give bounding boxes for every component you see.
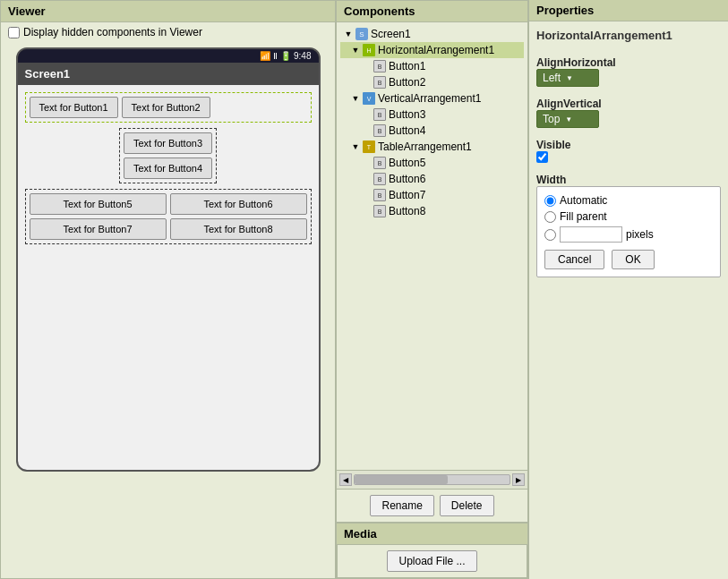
align-horizontal-select[interactable]: Left ▼: [536, 69, 599, 87]
fill-parent-label: Fill parent: [560, 210, 607, 223]
automatic-radio-row: Automatic: [544, 194, 713, 207]
automatic-label: Automatic: [560, 194, 607, 207]
varr1-label: VerticalArrangement1: [378, 92, 481, 105]
tree-item-btn3[interactable]: B Button3: [340, 106, 524, 123]
media-content: Upload File ...: [337, 545, 527, 578]
width-label: Width: [536, 174, 721, 186]
tree-item-harr1[interactable]: ▼ H HorizontalArrangement1: [340, 42, 524, 58]
scroll-right-btn[interactable]: ▶: [512, 473, 525, 486]
pixels-radio-row: pixels: [544, 226, 713, 243]
tree-item-btn2[interactable]: B Button2: [340, 74, 524, 90]
tree-item-varr1[interactable]: ▼ V VerticalArrangement1: [340, 90, 524, 106]
width-options-box: Automatic Fill parent pixels Cancel OK: [536, 186, 721, 277]
pixels-input[interactable]: [560, 226, 622, 243]
align-horizontal-arrow: ▼: [566, 74, 573, 82]
components-title: Components: [344, 4, 415, 18]
hidden-components-checkbox[interactable]: [8, 27, 20, 38]
viewer-title: Viewer: [8, 4, 46, 18]
cancel-button[interactable]: Cancel: [544, 250, 604, 269]
screen1-label: Screen1: [371, 28, 411, 40]
btn4-label: Button4: [389, 124, 425, 137]
toggle-btn3: [362, 110, 371, 119]
align-vertical-group: AlignVertical Top ▼: [536, 94, 721, 128]
table-arrangement-viewer: Text for Button5 Text for Button6 Text f…: [25, 189, 312, 244]
media-title: Media: [344, 527, 377, 541]
tree-item-btn5[interactable]: B Button5: [340, 155, 524, 171]
tree-item-btn7[interactable]: B Button7: [340, 187, 524, 203]
viewer-btn2[interactable]: Text for Button2: [122, 97, 210, 118]
scrollbar-thumb: [355, 475, 448, 484]
align-vertical-label: AlignVertical: [536, 98, 721, 110]
viewer-btn3[interactable]: Text for Button3: [124, 132, 212, 154]
tree-item-btn6[interactable]: B Button6: [340, 171, 524, 187]
viewer-btn4[interactable]: Text for Button4: [124, 158, 212, 179]
viewer-btn6[interactable]: Text for Button6: [170, 193, 307, 215]
properties-content: HorizontalArrangement1 AlignHorizontal L…: [529, 21, 728, 285]
btn4-icon: B: [373, 124, 386, 137]
middle-panels: Components ▼ S Screen1 ▼ H HorizontalArr…: [336, 0, 528, 579]
align-vertical-select[interactable]: Top ▼: [536, 110, 599, 128]
rename-button[interactable]: Rename: [370, 495, 433, 516]
toggle-harr1[interactable]: ▼: [351, 46, 360, 55]
tree-item-btn1[interactable]: B Button1: [340, 58, 524, 74]
viewer-panel: Viewer Display hidden components in View…: [0, 0, 336, 579]
align-vertical-dropdown: Top ▼: [536, 110, 721, 128]
upload-file-button[interactable]: Upload File ...: [387, 550, 476, 572]
align-horizontal-value: Left: [543, 72, 561, 84]
btn1-icon: B: [373, 60, 386, 72]
h-scrollbar[interactable]: [354, 474, 510, 485]
align-vertical-arrow: ▼: [565, 115, 572, 123]
properties-header: Properties: [529, 0, 728, 21]
components-panel: Components ▼ S Screen1 ▼ H HorizontalArr…: [336, 0, 528, 523]
automatic-radio[interactable]: [544, 195, 556, 207]
visible-checkbox[interactable]: [536, 151, 548, 163]
btn6-icon: B: [373, 173, 386, 185]
ok-button[interactable]: OK: [612, 250, 654, 269]
toggle-btn6: [362, 175, 371, 183]
align-vertical-value: Top: [543, 113, 560, 125]
toggle-tarr1[interactable]: ▼: [351, 142, 360, 151]
visible-checkbox-row: [536, 151, 721, 163]
tree-item-tarr1[interactable]: ▼ T TableArrangement1: [340, 139, 524, 155]
properties-panel: Properties HorizontalArrangement1 AlignH…: [528, 0, 728, 579]
tree-item-screen1[interactable]: ▼ S Screen1: [340, 26, 524, 42]
delete-button[interactable]: Delete: [440, 495, 494, 516]
phone-status-bar: 📶 Ⅱ 🔋 9:48: [18, 49, 319, 63]
btn5-label: Button5: [389, 157, 425, 169]
signal-icon: Ⅱ: [273, 51, 278, 61]
phone-frame: 📶 Ⅱ 🔋 9:48 Screen1 Text for Button1 Text…: [16, 47, 321, 472]
viewer-checkbox-row: Display hidden components in Viewer: [1, 22, 335, 42]
toggle-btn4: [362, 126, 371, 135]
toggle-screen1[interactable]: ▼: [344, 30, 353, 38]
harr-icon: H: [363, 44, 375, 56]
viewer-btn7[interactable]: Text for Button7: [30, 218, 167, 240]
viewer-btn5[interactable]: Text for Button5: [30, 193, 167, 215]
btn7-label: Button7: [389, 189, 425, 201]
property-component-name: HorizontalArrangement1: [536, 29, 721, 42]
media-header: Media: [337, 524, 527, 545]
viewer-btn1[interactable]: Text for Button1: [30, 97, 118, 118]
tarr-icon: T: [363, 140, 375, 153]
tarr1-label: TableArrangement1: [378, 140, 472, 153]
tree-item-btn4[interactable]: B Button4: [340, 123, 524, 139]
btn8-icon: B: [373, 205, 386, 217]
wifi-icon: 📶: [260, 51, 270, 61]
fill-parent-radio[interactable]: [544, 211, 556, 223]
toggle-btn2: [362, 78, 371, 87]
viewer-btn8[interactable]: Text for Button8: [170, 218, 307, 240]
tree-item-btn8[interactable]: B Button8: [340, 203, 524, 219]
scroll-left-btn[interactable]: ◀: [339, 473, 352, 486]
status-time: 9:48: [294, 51, 311, 61]
harr1-label: HorizontalArrangement1: [378, 44, 494, 56]
status-icons: 📶 Ⅱ 🔋 9:48: [260, 51, 311, 61]
pixels-radio[interactable]: [544, 229, 556, 241]
phone-screen-content: Text for Button1 Text for Button2 Text f…: [18, 85, 319, 470]
toggle-varr1[interactable]: ▼: [351, 94, 360, 103]
vertical-arrangement-viewer: Text for Button3 Text for Button4: [119, 128, 217, 183]
btn3-label: Button3: [389, 108, 425, 121]
btn1-label: Button1: [389, 60, 425, 72]
media-panel: Media Upload File ...: [336, 523, 528, 579]
hidden-components-label: Display hidden components in Viewer: [23, 26, 202, 38]
visible-group: Visible: [536, 135, 721, 163]
phone-screen-title: Screen1: [18, 63, 319, 85]
